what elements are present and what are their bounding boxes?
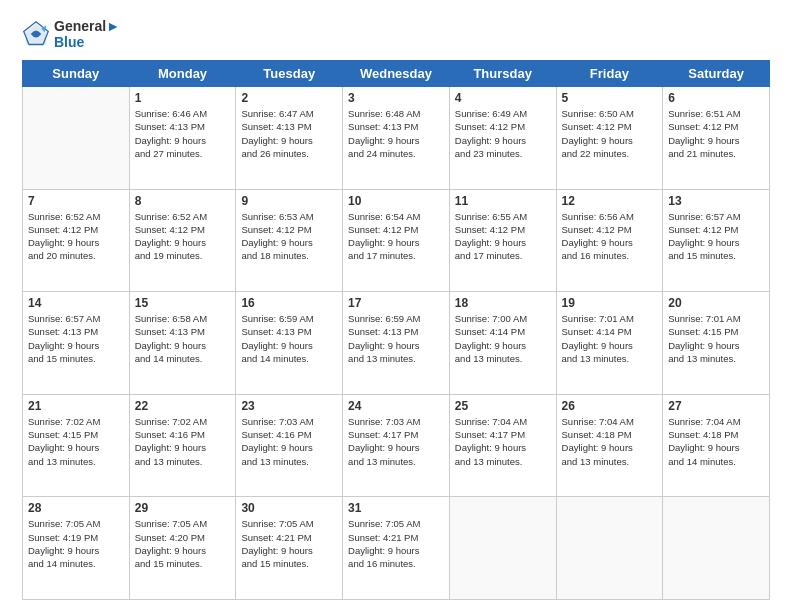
day-number: 23: [241, 399, 337, 413]
day-info: Sunrise: 6:56 AMSunset: 4:12 PMDaylight:…: [562, 210, 658, 263]
day-cell: 12Sunrise: 6:56 AMSunset: 4:12 PMDayligh…: [556, 189, 663, 292]
day-cell: 20Sunrise: 7:01 AMSunset: 4:15 PMDayligh…: [663, 292, 770, 395]
day-number: 16: [241, 296, 337, 310]
day-info: Sunrise: 6:52 AMSunset: 4:12 PMDaylight:…: [28, 210, 124, 263]
day-info: Sunrise: 6:58 AMSunset: 4:13 PMDaylight:…: [135, 312, 231, 365]
day-cell: [23, 87, 130, 190]
logo: General► Blue: [22, 18, 120, 50]
day-number: 12: [562, 194, 658, 208]
day-number: 22: [135, 399, 231, 413]
day-cell: 17Sunrise: 6:59 AMSunset: 4:13 PMDayligh…: [343, 292, 450, 395]
day-info: Sunrise: 7:03 AMSunset: 4:17 PMDaylight:…: [348, 415, 444, 468]
day-cell: 31Sunrise: 7:05 AMSunset: 4:21 PMDayligh…: [343, 497, 450, 600]
day-info: Sunrise: 6:55 AMSunset: 4:12 PMDaylight:…: [455, 210, 551, 263]
day-number: 10: [348, 194, 444, 208]
day-cell: 16Sunrise: 6:59 AMSunset: 4:13 PMDayligh…: [236, 292, 343, 395]
day-info: Sunrise: 6:59 AMSunset: 4:13 PMDaylight:…: [241, 312, 337, 365]
day-info: Sunrise: 7:05 AMSunset: 4:21 PMDaylight:…: [241, 517, 337, 570]
day-number: 13: [668, 194, 764, 208]
day-info: Sunrise: 7:05 AMSunset: 4:20 PMDaylight:…: [135, 517, 231, 570]
day-number: 9: [241, 194, 337, 208]
day-number: 24: [348, 399, 444, 413]
day-cell: 13Sunrise: 6:57 AMSunset: 4:12 PMDayligh…: [663, 189, 770, 292]
day-info: Sunrise: 6:51 AMSunset: 4:12 PMDaylight:…: [668, 107, 764, 160]
day-number: 7: [28, 194, 124, 208]
day-info: Sunrise: 7:04 AMSunset: 4:18 PMDaylight:…: [562, 415, 658, 468]
day-number: 14: [28, 296, 124, 310]
week-row-1: 1Sunrise: 6:46 AMSunset: 4:13 PMDaylight…: [23, 87, 770, 190]
day-cell: 4Sunrise: 6:49 AMSunset: 4:12 PMDaylight…: [449, 87, 556, 190]
logo-text: General► Blue: [54, 18, 120, 50]
day-info: Sunrise: 7:04 AMSunset: 4:18 PMDaylight:…: [668, 415, 764, 468]
day-info: Sunrise: 7:04 AMSunset: 4:17 PMDaylight:…: [455, 415, 551, 468]
day-number: 30: [241, 501, 337, 515]
day-number: 15: [135, 296, 231, 310]
week-row-4: 21Sunrise: 7:02 AMSunset: 4:15 PMDayligh…: [23, 394, 770, 497]
day-info: Sunrise: 6:47 AMSunset: 4:13 PMDaylight:…: [241, 107, 337, 160]
day-cell: 27Sunrise: 7:04 AMSunset: 4:18 PMDayligh…: [663, 394, 770, 497]
day-cell: 9Sunrise: 6:53 AMSunset: 4:12 PMDaylight…: [236, 189, 343, 292]
week-row-2: 7Sunrise: 6:52 AMSunset: 4:12 PMDaylight…: [23, 189, 770, 292]
day-info: Sunrise: 6:49 AMSunset: 4:12 PMDaylight:…: [455, 107, 551, 160]
weekday-header-row: SundayMondayTuesdayWednesdayThursdayFrid…: [23, 61, 770, 87]
page: General► Blue SundayMondayTuesdayWednesd…: [0, 0, 792, 612]
day-info: Sunrise: 6:57 AMSunset: 4:13 PMDaylight:…: [28, 312, 124, 365]
day-number: 29: [135, 501, 231, 515]
day-info: Sunrise: 7:01 AMSunset: 4:14 PMDaylight:…: [562, 312, 658, 365]
day-info: Sunrise: 7:01 AMSunset: 4:15 PMDaylight:…: [668, 312, 764, 365]
day-number: 5: [562, 91, 658, 105]
day-cell: 23Sunrise: 7:03 AMSunset: 4:16 PMDayligh…: [236, 394, 343, 497]
weekday-monday: Monday: [129, 61, 236, 87]
day-cell: 10Sunrise: 6:54 AMSunset: 4:12 PMDayligh…: [343, 189, 450, 292]
day-cell: [556, 497, 663, 600]
day-info: Sunrise: 6:53 AMSunset: 4:12 PMDaylight:…: [241, 210, 337, 263]
weekday-thursday: Thursday: [449, 61, 556, 87]
day-cell: 6Sunrise: 6:51 AMSunset: 4:12 PMDaylight…: [663, 87, 770, 190]
day-cell: 30Sunrise: 7:05 AMSunset: 4:21 PMDayligh…: [236, 497, 343, 600]
day-info: Sunrise: 7:05 AMSunset: 4:21 PMDaylight:…: [348, 517, 444, 570]
day-info: Sunrise: 6:46 AMSunset: 4:13 PMDaylight:…: [135, 107, 231, 160]
day-info: Sunrise: 7:05 AMSunset: 4:19 PMDaylight:…: [28, 517, 124, 570]
day-info: Sunrise: 6:52 AMSunset: 4:12 PMDaylight:…: [135, 210, 231, 263]
weekday-tuesday: Tuesday: [236, 61, 343, 87]
day-cell: 11Sunrise: 6:55 AMSunset: 4:12 PMDayligh…: [449, 189, 556, 292]
day-cell: 25Sunrise: 7:04 AMSunset: 4:17 PMDayligh…: [449, 394, 556, 497]
day-info: Sunrise: 6:59 AMSunset: 4:13 PMDaylight:…: [348, 312, 444, 365]
day-number: 28: [28, 501, 124, 515]
day-cell: [449, 497, 556, 600]
day-info: Sunrise: 6:54 AMSunset: 4:12 PMDaylight:…: [348, 210, 444, 263]
day-info: Sunrise: 6:50 AMSunset: 4:12 PMDaylight:…: [562, 107, 658, 160]
day-cell: [663, 497, 770, 600]
day-number: 21: [28, 399, 124, 413]
day-cell: 22Sunrise: 7:02 AMSunset: 4:16 PMDayligh…: [129, 394, 236, 497]
day-number: 18: [455, 296, 551, 310]
day-cell: 26Sunrise: 7:04 AMSunset: 4:18 PMDayligh…: [556, 394, 663, 497]
day-number: 11: [455, 194, 551, 208]
day-number: 8: [135, 194, 231, 208]
day-number: 4: [455, 91, 551, 105]
day-cell: 19Sunrise: 7:01 AMSunset: 4:14 PMDayligh…: [556, 292, 663, 395]
day-cell: 21Sunrise: 7:02 AMSunset: 4:15 PMDayligh…: [23, 394, 130, 497]
day-number: 31: [348, 501, 444, 515]
day-cell: 15Sunrise: 6:58 AMSunset: 4:13 PMDayligh…: [129, 292, 236, 395]
day-number: 20: [668, 296, 764, 310]
day-cell: 1Sunrise: 6:46 AMSunset: 4:13 PMDaylight…: [129, 87, 236, 190]
day-info: Sunrise: 7:03 AMSunset: 4:16 PMDaylight:…: [241, 415, 337, 468]
day-cell: 3Sunrise: 6:48 AMSunset: 4:13 PMDaylight…: [343, 87, 450, 190]
day-cell: 2Sunrise: 6:47 AMSunset: 4:13 PMDaylight…: [236, 87, 343, 190]
weekday-friday: Friday: [556, 61, 663, 87]
day-info: Sunrise: 7:02 AMSunset: 4:16 PMDaylight:…: [135, 415, 231, 468]
header: General► Blue: [22, 18, 770, 50]
day-cell: 29Sunrise: 7:05 AMSunset: 4:20 PMDayligh…: [129, 497, 236, 600]
day-info: Sunrise: 6:48 AMSunset: 4:13 PMDaylight:…: [348, 107, 444, 160]
day-cell: 5Sunrise: 6:50 AMSunset: 4:12 PMDaylight…: [556, 87, 663, 190]
logo-icon: [22, 20, 50, 48]
day-number: 17: [348, 296, 444, 310]
day-cell: 7Sunrise: 6:52 AMSunset: 4:12 PMDaylight…: [23, 189, 130, 292]
day-number: 26: [562, 399, 658, 413]
weekday-wednesday: Wednesday: [343, 61, 450, 87]
weekday-saturday: Saturday: [663, 61, 770, 87]
day-cell: 8Sunrise: 6:52 AMSunset: 4:12 PMDaylight…: [129, 189, 236, 292]
day-info: Sunrise: 7:02 AMSunset: 4:15 PMDaylight:…: [28, 415, 124, 468]
calendar-table: SundayMondayTuesdayWednesdayThursdayFrid…: [22, 60, 770, 600]
